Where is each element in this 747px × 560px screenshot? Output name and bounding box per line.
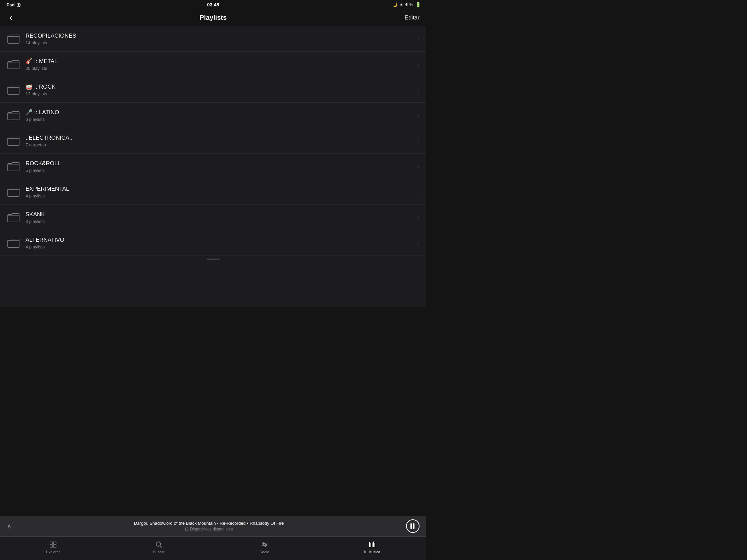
list-item[interactable]: 🎸 :: METAL 20 playlists › <box>0 52 426 77</box>
chevron-right-icon: › <box>417 35 419 43</box>
list-item[interactable]: EXPERIMENTAL 4 playlists › <box>0 179 426 205</box>
playlist-count: 20 playlists <box>26 66 417 71</box>
bluetooth-icon: ∗ <box>400 2 403 7</box>
list-item[interactable]: 🥁 :: ROCK 13 playlists › <box>0 77 426 103</box>
folder-icon <box>7 237 20 249</box>
scroll-indicator <box>207 259 220 260</box>
playlist-count: 5 playlists <box>26 168 417 173</box>
folder-icon <box>7 212 20 223</box>
playlist-count: 6 playlists <box>26 117 417 122</box>
playlist-info: SKANK 3 playlists <box>26 211 417 224</box>
status-time: 03:46 <box>207 2 219 7</box>
battery-icon: 🔋 <box>415 2 421 7</box>
chevron-right-icon: › <box>417 188 419 196</box>
playlist-name: EXPERIMENTAL <box>26 186 417 192</box>
chevron-right-icon: › <box>417 137 419 145</box>
playlist-count: 13 playlists <box>26 91 417 96</box>
page-title: Playlists <box>200 14 227 22</box>
playlist-count: 4 playlists <box>26 244 417 249</box>
playlist-name: 🥁 :: ROCK <box>26 83 417 90</box>
siri-icon: ◎ <box>17 2 21 7</box>
folder-icon <box>7 186 20 198</box>
folder-icon <box>7 110 20 121</box>
playlist-info: ROCK&ROLL 5 playlists <box>26 160 417 173</box>
list-item[interactable]: 🎤 :: LATINO 6 playlists › <box>0 103 426 128</box>
list-item[interactable]: ROCK&ROLL 5 playlists › <box>0 154 426 179</box>
folder-icon <box>7 59 20 70</box>
back-button[interactable]: ‹ <box>7 11 15 24</box>
playlist-name: 🎸 :: METAL <box>26 58 417 65</box>
playlist-name: RECOPILACIONES <box>26 32 417 39</box>
chevron-right-icon: › <box>417 111 419 119</box>
chevron-right-icon: › <box>417 86 419 94</box>
status-left: iPad ◎ <box>5 2 21 7</box>
list-item[interactable]: ALTERNATIVO 4 playlists › <box>0 230 426 256</box>
battery-percentage: 49% <box>405 2 413 7</box>
playlist-count: 7 carpetas <box>26 142 417 148</box>
playlist-info: 🎤 :: LATINO 6 playlists <box>26 109 417 122</box>
chevron-right-icon: › <box>417 162 419 170</box>
playlist-info: EXPERIMENTAL 4 playlists <box>26 186 417 198</box>
chevron-right-icon: › <box>417 239 419 247</box>
folder-icon <box>7 135 20 147</box>
status-right: 🌙 ∗ 49% 🔋 <box>393 2 421 7</box>
playlist-info: 🎸 :: METAL 20 playlists <box>26 58 417 71</box>
folder-icon <box>7 33 20 45</box>
playlist-count: 4 playlists <box>26 193 417 198</box>
chevron-right-icon: › <box>417 214 419 221</box>
playlist-info: ALTERNATIVO 4 playlists <box>26 237 417 249</box>
playlist-name: SKANK <box>26 211 417 218</box>
status-bar: iPad ◎ 03:46 🌙 ∗ 49% 🔋 <box>0 0 426 9</box>
folder-icon <box>7 84 20 96</box>
playlist-info: ::ELECTRONICA:: 7 carpetas <box>26 135 417 148</box>
playlist-count: 14 playlists <box>26 40 417 45</box>
playlist-name: ALTERNATIVO <box>26 237 417 243</box>
moon-icon: 🌙 <box>393 2 398 7</box>
playlist-list: RECOPILACIONES 14 playlists › 🎸 :: METAL… <box>0 26 426 307</box>
device-label: iPad <box>5 2 15 7</box>
list-item[interactable]: RECOPILACIONES 14 playlists › <box>0 26 426 52</box>
playlist-name: ::ELECTRONICA:: <box>26 135 417 141</box>
playlist-name: 🎤 :: LATINO <box>26 109 417 116</box>
folder-icon <box>7 161 20 172</box>
playlist-info: RECOPILACIONES 14 playlists <box>26 32 417 45</box>
nav-bar: ‹ Playlists Editar <box>0 9 426 26</box>
playlist-name: ROCK&ROLL <box>26 160 417 167</box>
playlist-info: 🥁 :: ROCK 13 playlists <box>26 83 417 96</box>
list-item[interactable]: ::ELECTRONICA:: 7 carpetas › <box>0 128 426 154</box>
edit-button[interactable]: Editar <box>405 15 419 21</box>
list-item[interactable]: SKANK 3 playlists › <box>0 205 426 230</box>
playlist-count: 3 playlists <box>26 219 417 224</box>
chevron-right-icon: › <box>417 60 419 68</box>
back-chevron-icon: ‹ <box>9 12 12 23</box>
